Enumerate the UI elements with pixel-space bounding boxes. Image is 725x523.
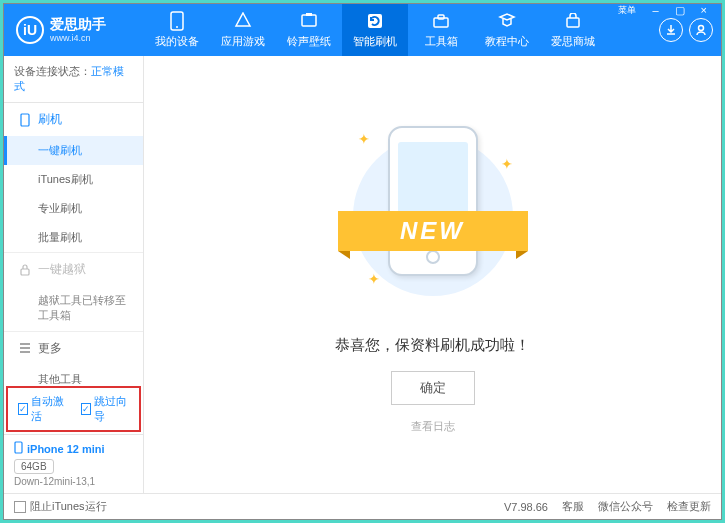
device-icon [167,11,187,31]
minimize-button[interactable]: – [648,2,662,19]
nav-tutorial[interactable]: 教程中心 [474,4,540,56]
version-label: V7.98.66 [504,501,548,513]
tutorial-icon [497,11,517,31]
device-storage-badge: 64GB [14,459,54,474]
ringtone-icon [299,11,319,31]
sidebar-group-flash[interactable]: 刷机 [4,103,143,136]
app-url: www.i4.cn [50,33,106,43]
main-content: ✦ ✦ ✦ NEW 恭喜您，保资料刷机成功啦！ 确定 查看日志 [144,56,721,493]
window-controls: 菜单 – ▢ × [614,2,711,19]
titlebar: iU 爱思助手 www.i4.cn 我的设备 应用游戏 铃声壁纸 智能刷机 [4,4,721,56]
statusbar: 阻止iTunes运行 V7.98.66 客服 微信公众号 检查更新 [4,493,721,519]
success-message: 恭喜您，保资料刷机成功啦！ [335,336,530,355]
new-banner: NEW [338,211,528,261]
device-phone-icon [14,441,23,456]
sidebar-group-jailbreak[interactable]: 一键越狱 [4,253,143,286]
maximize-button[interactable]: ▢ [671,2,689,19]
user-button[interactable] [689,18,713,42]
nav-apps[interactable]: 应用游戏 [210,4,276,56]
sidebar-list: 刷机 一键刷机 iTunes刷机 专业刷机 批量刷机 一键越狱 越狱工具已转移至… [4,103,143,384]
svg-rect-9 [21,114,29,126]
app-title: 爱思助手 [50,17,106,32]
device-name[interactable]: iPhone 12 mini [14,441,133,456]
svg-rect-11 [15,442,22,453]
nav-toolbox[interactable]: 工具箱 [408,4,474,56]
sidebar-item-other-tools[interactable]: 其他工具 [4,365,143,384]
sidebar-item-oneclick-flash[interactable]: 一键刷机 [4,136,143,165]
toolbox-icon [431,11,451,31]
sidebar-group-more[interactable]: 更多 [4,332,143,365]
statusbar-right: V7.98.66 客服 微信公众号 检查更新 [504,499,711,514]
checkbox-icon: ✓ [81,403,91,415]
confirm-button[interactable]: 确定 [391,371,475,405]
sparkle-icon: ✦ [501,156,513,172]
device-meta: Down-12mini-13,1 [14,476,133,487]
view-log-link[interactable]: 查看日志 [411,419,455,434]
svg-rect-3 [306,13,312,16]
apps-icon [233,11,253,31]
svg-rect-10 [21,269,29,275]
svg-point-8 [699,26,704,31]
logo-icon: iU [16,16,44,44]
logo-area: iU 爱思助手 www.i4.cn [4,16,144,44]
checkbox-icon [14,501,26,513]
sidebar-item-itunes-flash[interactable]: iTunes刷机 [4,165,143,194]
phone-icon [18,113,32,127]
connection-status: 设备连接状态：正常模式 [4,56,143,103]
device-info: iPhone 12 mini 64GB Down-12mini-13,1 [4,434,143,493]
menu-icon [18,341,32,355]
close-button[interactable]: × [697,2,711,19]
download-button[interactable] [659,18,683,42]
sparkle-icon: ✦ [368,271,380,287]
checkbox-icon: ✓ [18,403,28,415]
main-nav: 我的设备 应用游戏 铃声壁纸 智能刷机 工具箱 教程中心 [144,4,606,56]
checkbox-skip-guide[interactable]: ✓ 跳过向导 [81,394,130,424]
menu-button[interactable]: 菜单 [614,2,640,19]
checkbox-block-itunes[interactable]: 阻止iTunes运行 [14,499,107,514]
body: 设备连接状态：正常模式 刷机 一键刷机 iTunes刷机 专业刷机 批量刷机 一… [4,56,721,493]
svg-rect-2 [302,15,316,26]
nav-flash[interactable]: 智能刷机 [342,4,408,56]
sidebar-item-pro-flash[interactable]: 专业刷机 [4,194,143,223]
sidebar-item-batch-flash[interactable]: 批量刷机 [4,223,143,252]
wechat-link[interactable]: 微信公众号 [598,499,653,514]
sidebar: 设备连接状态：正常模式 刷机 一键刷机 iTunes刷机 专业刷机 批量刷机 一… [4,56,144,493]
check-update-link[interactable]: 检查更新 [667,499,711,514]
svg-point-1 [176,26,178,28]
nav-ringtone[interactable]: 铃声壁纸 [276,4,342,56]
app-window: iU 爱思助手 www.i4.cn 我的设备 应用游戏 铃声壁纸 智能刷机 [3,3,722,520]
checkbox-auto-activate[interactable]: ✓ 自动激活 [18,394,67,424]
service-link[interactable]: 客服 [562,499,584,514]
success-illustration: ✦ ✦ ✦ NEW [343,116,523,316]
checkbox-area: ✓ 自动激活 ✓ 跳过向导 [6,386,141,432]
nav-my-device[interactable]: 我的设备 [144,4,210,56]
sparkle-icon: ✦ [358,131,370,147]
nav-store[interactable]: 爱思商城 [540,4,606,56]
store-icon [563,11,583,31]
svg-rect-6 [438,15,444,19]
sidebar-jailbreak-notice: 越狱工具已转移至工具箱 [4,286,143,331]
svg-rect-7 [567,18,579,27]
title-right: 菜单 – ▢ × [659,18,721,42]
flash-icon [365,11,385,31]
lock-icon [18,263,32,277]
